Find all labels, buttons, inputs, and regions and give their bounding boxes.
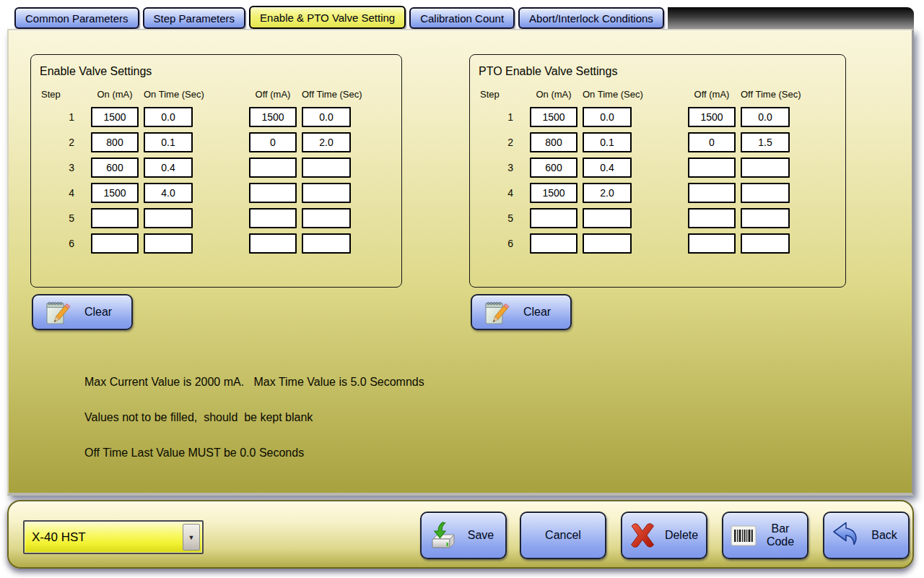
column-header-on-time: On Time (Sec) [583,89,632,102]
bar-code-button-label: Bar Code [758,522,803,549]
save-button-label: Save [456,529,505,542]
off-ma-input[interactable] [249,183,297,203]
model-select-value: X-40 HST [25,530,86,545]
on-time-input[interactable] [583,158,632,178]
tab-label: Abort/Interlock Conditions [529,12,653,25]
column-header-on-time: On Time (Sec) [144,89,193,102]
tab-label: Calibration Count [420,12,504,25]
enable-pto-valve-setting-page: Enable Valve Settings Step On (mA) On Ti… [7,29,914,496]
column-header-off-time: Off Time (Sec) [741,89,790,102]
valve-settings-table: Step On (mA) On Time (Sec) Off (mA) Off … [40,89,401,254]
off-time-input[interactable] [741,208,790,228]
save-button[interactable]: Save [420,512,507,559]
off-ma-input[interactable] [249,107,297,127]
off-time-input[interactable] [741,107,790,127]
note-blank-values: Values not to be filled, should be kept … [84,411,424,424]
valve-settings-panel: Enable Valve Settings Step On (mA) On Ti… [30,54,402,330]
barcode-icon [729,521,758,550]
step-number: 5 [40,212,86,224]
tab-calibration-count[interactable]: Calibration Count [409,7,515,29]
clear-button-label: Clear [514,306,570,319]
on-time-input[interactable] [583,132,632,152]
tab-step-parameters[interactable]: Step Parameters [143,7,246,29]
on-ma-input[interactable] [530,233,578,254]
off-ma-input[interactable] [688,208,736,228]
on-ma-input[interactable] [91,107,139,127]
off-ma-input[interactable] [688,183,736,203]
clear-button[interactable]: Clear [471,294,572,330]
off-ma-input[interactable] [688,107,736,127]
tab-abort-interlock-conditions[interactable]: Abort/Interlock Conditions [518,7,664,29]
off-time-input[interactable] [741,233,790,254]
on-ma-input[interactable] [91,208,139,228]
off-ma-input[interactable] [688,132,736,152]
column-spacer [637,95,683,97]
tab-bar: Common Parameters Step Parameters Enable… [14,6,914,29]
on-ma-input[interactable] [530,158,578,178]
on-ma-input[interactable] [530,183,578,203]
off-ma-input[interactable] [688,158,736,178]
notepad-icon [481,297,511,327]
off-time-input[interactable] [302,208,351,228]
off-time-input[interactable] [741,183,790,203]
notepad-icon [42,297,72,327]
clear-button[interactable]: Clear [32,294,133,330]
save-icon [427,521,456,550]
bar-code-button[interactable]: Bar Code [722,512,808,559]
off-time-input[interactable] [302,233,351,254]
on-ma-input[interactable] [91,158,139,178]
clear-button-label: Clear [75,306,131,319]
step-number: 4 [40,187,86,199]
note-max-values: Max Current Value is 2000 mA. Max Time V… [84,376,424,389]
on-time-input[interactable] [144,233,193,254]
column-header-off-time: Off Time (Sec) [302,89,351,102]
step-number: 1 [40,111,86,123]
on-time-input[interactable] [144,158,193,178]
off-ma-input[interactable] [249,158,297,178]
model-select[interactable]: X-40 HST ▼ [23,520,204,554]
on-time-input[interactable] [144,183,193,203]
tab-label: Common Parameters [25,12,128,25]
back-button[interactable]: Back [823,512,910,559]
tab-enable-pto-valve-setting[interactable]: Enable & PTO Valve Setting [249,6,406,29]
on-time-input[interactable] [583,183,632,203]
off-time-input[interactable] [302,132,351,152]
on-ma-input[interactable] [91,233,139,254]
on-time-input[interactable] [583,233,632,254]
column-spacer [198,95,244,97]
off-time-input[interactable] [741,132,790,152]
delete-button[interactable]: Delete [621,512,707,559]
off-ma-input[interactable] [249,132,297,152]
on-time-input[interactable] [583,107,632,127]
on-time-input[interactable] [144,132,193,152]
valve-settings-panel: PTO Enable Valve Settings Step On (mA) O… [469,54,846,330]
cancel-button[interactable]: Cancel [520,512,606,559]
on-ma-input[interactable] [530,208,578,228]
back-button-label: Back [860,529,908,542]
off-time-input[interactable] [302,107,351,127]
column-header-off-ma: Off (mA) [249,89,297,102]
tab-common-parameters[interactable]: Common Parameters [14,7,139,29]
on-ma-input[interactable] [91,132,139,152]
off-time-input[interactable] [302,183,351,203]
on-ma-input[interactable] [530,107,578,127]
off-ma-input[interactable] [249,208,297,228]
off-time-input[interactable] [302,158,351,178]
on-time-input[interactable] [144,107,193,127]
step-number: 2 [40,137,86,148]
chevron-down-icon[interactable]: ▼ [183,524,200,551]
step-number: 6 [40,238,86,249]
on-ma-input[interactable] [91,183,139,203]
on-time-input[interactable] [583,208,632,228]
off-time-input[interactable] [741,158,790,178]
off-ma-input[interactable] [688,233,736,254]
column-header-step: Step [40,89,86,102]
footer-bar: X-40 HST ▼ Save Cancel [7,500,914,569]
back-arrow-icon [830,520,860,551]
valve-settings-groupbox: PTO Enable Valve Settings Step On (mA) O… [469,54,846,288]
delete-x-icon [628,521,657,550]
group-title: Enable Valve Settings [40,65,401,78]
on-ma-input[interactable] [530,132,578,152]
on-time-input[interactable] [144,208,193,228]
off-ma-input[interactable] [249,233,297,254]
